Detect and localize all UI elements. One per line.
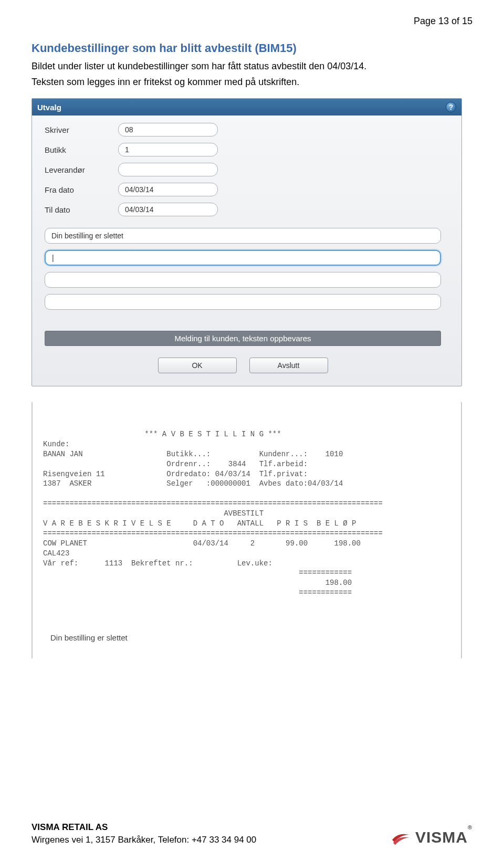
field-tildato: Til dato xyxy=(45,203,452,216)
printout-note: Din bestilling er slettet xyxy=(43,633,450,643)
freetext-line-1[interactable] xyxy=(45,228,441,244)
footer-address: Wirgenes vei 1, 3157 Barkåker, Telefon: … xyxy=(32,834,256,846)
page-number: Page 13 of 15 xyxy=(32,16,472,27)
body-text-1: Bildet under lister ut kundebestillinger… xyxy=(32,59,472,73)
field-fradato: Fra dato xyxy=(45,183,452,196)
help-icon[interactable]: ? xyxy=(446,102,456,112)
button-row: OK Avslutt xyxy=(45,358,441,373)
field-leverandor: Leverandør xyxy=(45,163,452,176)
input-leverandor[interactable] xyxy=(118,163,218,176)
printout-preview: *** A V B E S T I L L I N G *** Kunde: B… xyxy=(32,402,462,658)
page-footer: VISMA RETAIL AS Wirgenes vei 1, 3157 Bar… xyxy=(32,821,472,846)
label-tildato: Til dato xyxy=(45,205,118,214)
body-text-2: Teksten som legges inn er fritekst og ko… xyxy=(32,75,472,89)
label-fradato: Fra dato xyxy=(45,185,118,194)
input-skriver[interactable] xyxy=(118,123,218,136)
field-skriver: Skriver xyxy=(45,123,452,136)
label-butikk: Butikk xyxy=(45,145,118,154)
registered-icon: ® xyxy=(468,824,472,831)
footer-left: VISMA RETAIL AS Wirgenes vei 1, 3157 Bar… xyxy=(32,821,256,846)
field-butikk: Butikk xyxy=(45,143,452,156)
visma-logo-text: VISMA® xyxy=(415,828,472,846)
panel-title: Utvalg xyxy=(37,103,61,112)
visma-logo: VISMA® xyxy=(391,828,472,846)
footer-company: VISMA RETAIL AS xyxy=(32,821,256,834)
panel-titlebar: Utvalg ? xyxy=(32,99,461,116)
label-leverandor: Leverandør xyxy=(45,165,118,174)
panel-body: Skriver Butikk Leverandør Fra dato Til d… xyxy=(32,116,461,386)
freetext-line-2[interactable] xyxy=(45,250,441,266)
avslutt-button[interactable]: Avslutt xyxy=(249,358,328,373)
utvalg-panel: Utvalg ? Skriver Butikk Leverandør Fra d… xyxy=(32,98,462,386)
input-fradato[interactable] xyxy=(118,183,218,196)
label-skriver: Skriver xyxy=(45,125,118,134)
freetext-line-3[interactable] xyxy=(45,272,441,288)
message-bar: Melding til kunden, teksten oppbevares xyxy=(45,331,441,346)
input-butikk[interactable] xyxy=(118,143,218,156)
input-tildato[interactable] xyxy=(118,203,218,216)
freetext-line-4[interactable] xyxy=(45,294,441,310)
visma-logo-word: VISMA xyxy=(415,828,468,846)
visma-swoosh-icon xyxy=(391,830,411,845)
page-title: Kundebestillinger som har blitt avbestil… xyxy=(32,41,472,55)
ok-button[interactable]: OK xyxy=(158,358,237,373)
printout-text: *** A V B E S T I L L I N G *** Kunde: B… xyxy=(43,429,450,598)
